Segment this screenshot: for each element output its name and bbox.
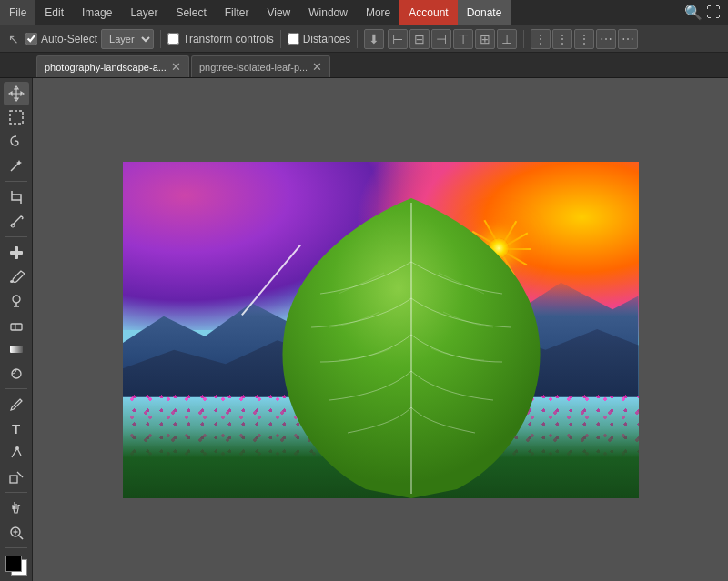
menu-window[interactable]: Window — [299, 0, 357, 25]
auto-select-checkbox[interactable] — [25, 33, 37, 45]
lasso-tool-btn[interactable] — [4, 130, 29, 154]
align-right-icon[interactable]: ⊣ — [431, 29, 451, 49]
move-arrow-icon: ↖ — [5, 32, 22, 46]
lasso-icon — [8, 134, 25, 150]
svg-line-14 — [19, 536, 23, 539]
transform-controls-label: Transform controls — [183, 33, 274, 45]
foreground-color-swatch[interactable] — [5, 556, 22, 572]
tab-leaf-close[interactable]: ✕ — [312, 61, 322, 73]
menu-donate[interactable]: Donate — [458, 0, 511, 25]
crop-icon — [8, 189, 25, 205]
healing-icon — [8, 245, 25, 261]
menu-edit[interactable]: Edit — [35, 0, 73, 25]
eyedropper-tool-btn[interactable] — [4, 210, 29, 234]
move-tool-btn[interactable] — [4, 82, 29, 105]
move-tool-icon — [8, 85, 25, 102]
tab-landscape[interactable]: photography-landscape-a... ✕ — [36, 55, 189, 77]
tool-separator-1 — [5, 181, 27, 182]
svg-point-6 — [13, 296, 20, 303]
leaf-svg — [257, 189, 566, 498]
tool-separator-4 — [5, 492, 27, 493]
menu-account[interactable]: Account — [399, 0, 457, 25]
brush-tool-btn[interactable] — [4, 265, 29, 289]
svg-rect-7 — [11, 324, 22, 330]
menu-bar: File Edit Image Layer Select Filter View… — [0, 0, 728, 25]
select-rect-tool-btn[interactable] — [4, 106, 29, 130]
auto-select-label: Auto-Select — [41, 33, 97, 45]
download-icon[interactable]: ⬇ — [364, 29, 384, 49]
hand-tool-btn[interactable] — [4, 496, 29, 520]
shape-tool-btn[interactable] — [4, 466, 29, 489]
tool-separator-2 — [5, 236, 27, 237]
distances-checkbox[interactable] — [288, 33, 299, 45]
distribute-bottom-icon[interactable]: ⋯ — [618, 29, 638, 49]
svg-line-1 — [11, 163, 19, 171]
svg-point-11 — [15, 446, 19, 450]
eraser-tool-btn[interactable] — [4, 314, 29, 337]
fullscreen-icon[interactable]: ⛶ — [706, 5, 721, 21]
menu-more[interactable]: More — [357, 0, 399, 25]
align-center-h-icon[interactable]: ⊟ — [410, 29, 430, 49]
zoom-icon — [8, 525, 25, 541]
path-select-icon — [8, 445, 25, 461]
text-tool-btn[interactable]: T — [4, 417, 29, 441]
transform-controls-group: Transform controls — [167, 33, 274, 45]
color-swatch[interactable] — [4, 554, 29, 577]
crop-tool-btn[interactable] — [4, 185, 29, 209]
toolbar-separator-4 — [523, 30, 524, 48]
tab-leaf-label: pngtree-isolated-leaf-p... — [199, 62, 308, 73]
svg-rect-4 — [10, 251, 23, 255]
align-center-v-icon[interactable]: ⊞ — [475, 29, 495, 49]
dodge-tool-btn[interactable] — [4, 362, 29, 386]
distribute-left-icon[interactable]: ⋮ — [531, 29, 551, 49]
search-icon[interactable]: 🔍 — [684, 4, 703, 21]
svg-rect-9 — [10, 346, 23, 353]
eyedropper-icon — [8, 213, 25, 229]
menu-file[interactable]: File — [0, 0, 35, 25]
tab-landscape-label: photography-landscape-a... — [45, 62, 167, 73]
stamp-tool-btn[interactable] — [4, 289, 29, 313]
tabs-bar: photography-landscape-a... ✕ pngtree-iso… — [0, 53, 728, 78]
main-layout: T — [0, 78, 728, 581]
healing-tool-btn[interactable] — [4, 241, 29, 265]
distribute-top-icon[interactable]: ⋯ — [596, 29, 616, 49]
layer-select[interactable]: Layer — [101, 29, 154, 49]
toolbar-separator-2 — [280, 30, 281, 48]
tab-leaf[interactable]: pngtree-isolated-leaf-p... ✕ — [191, 55, 330, 77]
leaf-container — [257, 189, 566, 498]
pen-tool-btn[interactable] — [4, 393, 29, 416]
canvas-image[interactable] — [123, 162, 639, 498]
align-bottom-icon[interactable]: ⊥ — [497, 29, 517, 49]
toolbar-separator-1 — [160, 30, 161, 48]
gradient-tool-btn[interactable] — [4, 337, 29, 361]
distribute-icons-group: ⋮ ⋮ ⋮ ⋯ ⋯ — [531, 29, 638, 49]
pen-icon — [8, 396, 25, 413]
hand-icon — [8, 500, 25, 516]
select-rect-icon — [8, 109, 25, 125]
distribute-right-icon[interactable]: ⋮ — [574, 29, 594, 49]
toolbar-separator-3 — [357, 30, 358, 48]
gradient-icon — [8, 341, 25, 357]
left-toolbar: T — [0, 78, 33, 581]
text-tool-icon: T — [12, 421, 20, 436]
stamp-icon — [8, 293, 25, 309]
magic-wand-tool-btn[interactable] — [4, 155, 29, 178]
auto-select-group: Auto-Select — [25, 33, 97, 45]
align-left-icon[interactable]: ⊢ — [388, 29, 408, 49]
options-toolbar: ↖ Auto-Select Layer Transform controls D… — [0, 25, 728, 53]
menu-layer[interactable]: Layer — [121, 0, 167, 25]
menu-select[interactable]: Select — [167, 0, 215, 25]
path-select-tool-btn[interactable] — [4, 441, 29, 465]
menu-image[interactable]: Image — [73, 0, 121, 25]
align-top-icon[interactable]: ⊤ — [453, 29, 473, 49]
menu-view[interactable]: View — [258, 0, 299, 25]
svg-point-5 — [10, 280, 14, 283]
distances-label: Distances — [303, 33, 351, 45]
tab-landscape-close[interactable]: ✕ — [171, 61, 181, 73]
zoom-tool-btn[interactable] — [4, 521, 29, 545]
distribute-center-icon[interactable]: ⋮ — [552, 29, 572, 49]
distances-group: Distances — [288, 33, 351, 45]
transform-controls-checkbox[interactable] — [167, 33, 179, 45]
tool-separator-5 — [5, 547, 27, 548]
menu-filter[interactable]: Filter — [216, 0, 258, 25]
